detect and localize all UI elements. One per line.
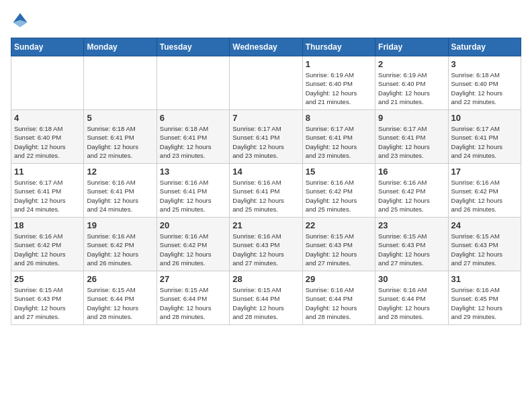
calendar-table: SundayMondayTuesdayWednesdayThursdayFrid… (11, 38, 521, 325)
calendar-cell: 21Sunrise: 6:16 AM Sunset: 6:43 PM Dayli… (230, 218, 302, 271)
calendar-cell: 19Sunrise: 6:16 AM Sunset: 6:42 PM Dayli… (84, 218, 157, 271)
calendar-cell: 20Sunrise: 6:16 AM Sunset: 6:42 PM Dayli… (157, 218, 229, 271)
weekday-header-tuesday: Tuesday (157, 38, 229, 56)
day-info: Sunrise: 6:15 AM Sunset: 6:43 PM Dayligh… (378, 232, 445, 267)
day-number: 25 (14, 274, 81, 284)
weekday-header-saturday: Saturday (448, 38, 521, 56)
day-number: 14 (232, 167, 299, 177)
day-number: 26 (87, 274, 153, 284)
logo-icon (11, 11, 30, 30)
weekday-header-sunday: Sunday (11, 38, 84, 56)
day-info: Sunrise: 6:16 AM Sunset: 6:42 PM Dayligh… (87, 232, 153, 267)
day-info: Sunrise: 6:19 AM Sunset: 6:40 PM Dayligh… (378, 71, 445, 106)
calendar-cell: 23Sunrise: 6:15 AM Sunset: 6:43 PM Dayli… (375, 218, 448, 271)
day-info: Sunrise: 6:16 AM Sunset: 6:41 PM Dayligh… (232, 178, 299, 214)
calendar-cell: 26Sunrise: 6:15 AM Sunset: 6:44 PM Dayli… (84, 271, 157, 325)
day-number: 31 (451, 274, 518, 284)
calendar-cell (157, 56, 229, 110)
calendar-cell: 11Sunrise: 6:17 AM Sunset: 6:41 PM Dayli… (11, 164, 84, 218)
day-info: Sunrise: 6:15 AM Sunset: 6:43 PM Dayligh… (14, 285, 81, 321)
day-number: 22 (306, 220, 372, 230)
day-info: Sunrise: 6:17 AM Sunset: 6:41 PM Dayligh… (14, 178, 81, 214)
calendar-cell: 17Sunrise: 6:16 AM Sunset: 6:42 PM Dayli… (448, 164, 521, 218)
day-info: Sunrise: 6:16 AM Sunset: 6:43 PM Dayligh… (232, 232, 299, 267)
calendar-cell: 9Sunrise: 6:17 AM Sunset: 6:41 PM Daylig… (375, 110, 448, 164)
day-info: Sunrise: 6:16 AM Sunset: 6:41 PM Dayligh… (87, 178, 153, 214)
calendar-cell: 4Sunrise: 6:18 AM Sunset: 6:40 PM Daylig… (11, 110, 84, 164)
calendar-cell: 22Sunrise: 6:15 AM Sunset: 6:43 PM Dayli… (302, 218, 375, 271)
day-number: 23 (378, 220, 445, 230)
day-info: Sunrise: 6:16 AM Sunset: 6:42 PM Dayligh… (160, 232, 226, 267)
day-number: 30 (378, 274, 445, 284)
calendar-cell: 27Sunrise: 6:15 AM Sunset: 6:44 PM Dayli… (157, 271, 229, 325)
day-number: 2 (378, 59, 445, 69)
calendar-cell: 18Sunrise: 6:16 AM Sunset: 6:42 PM Dayli… (11, 218, 84, 271)
calendar-cell: 1Sunrise: 6:19 AM Sunset: 6:40 PM Daylig… (302, 56, 375, 110)
day-info: Sunrise: 6:17 AM Sunset: 6:41 PM Dayligh… (232, 124, 299, 160)
calendar-cell: 13Sunrise: 6:16 AM Sunset: 6:41 PM Dayli… (157, 164, 229, 218)
calendar-week-3: 11Sunrise: 6:17 AM Sunset: 6:41 PM Dayli… (11, 164, 521, 218)
weekday-header-thursday: Thursday (302, 38, 375, 56)
day-info: Sunrise: 6:15 AM Sunset: 6:43 PM Dayligh… (451, 232, 518, 267)
calendar-cell (84, 56, 157, 110)
calendar-cell: 15Sunrise: 6:16 AM Sunset: 6:42 PM Dayli… (302, 164, 375, 218)
day-number: 28 (232, 274, 299, 284)
calendar-cell: 31Sunrise: 6:16 AM Sunset: 6:45 PM Dayli… (448, 271, 521, 325)
day-info: Sunrise: 6:16 AM Sunset: 6:44 PM Dayligh… (306, 285, 372, 321)
day-number: 11 (14, 167, 81, 177)
day-number: 1 (306, 59, 372, 69)
logo (11, 11, 31, 30)
calendar-body: 1Sunrise: 6:19 AM Sunset: 6:40 PM Daylig… (11, 56, 521, 325)
day-number: 27 (160, 274, 226, 284)
day-number: 29 (306, 274, 372, 284)
day-info: Sunrise: 6:16 AM Sunset: 6:42 PM Dayligh… (378, 178, 445, 214)
day-number: 9 (378, 113, 445, 123)
day-info: Sunrise: 6:18 AM Sunset: 6:40 PM Dayligh… (14, 124, 81, 160)
day-info: Sunrise: 6:16 AM Sunset: 6:42 PM Dayligh… (14, 232, 81, 267)
day-info: Sunrise: 6:17 AM Sunset: 6:41 PM Dayligh… (306, 124, 372, 160)
calendar-cell (11, 56, 84, 110)
calendar-cell: 5Sunrise: 6:18 AM Sunset: 6:41 PM Daylig… (84, 110, 157, 164)
calendar-cell: 24Sunrise: 6:15 AM Sunset: 6:43 PM Dayli… (448, 218, 521, 271)
day-info: Sunrise: 6:16 AM Sunset: 6:45 PM Dayligh… (451, 285, 518, 321)
day-number: 18 (14, 220, 81, 230)
weekday-header-monday: Monday (84, 38, 157, 56)
calendar-cell: 3Sunrise: 6:18 AM Sunset: 6:40 PM Daylig… (448, 56, 521, 110)
day-info: Sunrise: 6:19 AM Sunset: 6:40 PM Dayligh… (306, 71, 372, 106)
day-info: Sunrise: 6:18 AM Sunset: 6:41 PM Dayligh… (160, 124, 226, 160)
calendar-cell: 2Sunrise: 6:19 AM Sunset: 6:40 PM Daylig… (375, 56, 448, 110)
day-number: 24 (451, 220, 518, 230)
weekday-header-row: SundayMondayTuesdayWednesdayThursdayFrid… (11, 38, 521, 56)
day-info: Sunrise: 6:17 AM Sunset: 6:41 PM Dayligh… (378, 124, 445, 160)
day-number: 19 (87, 220, 153, 230)
day-number: 17 (451, 167, 518, 177)
day-number: 4 (14, 113, 81, 123)
day-info: Sunrise: 6:16 AM Sunset: 6:42 PM Dayligh… (306, 178, 372, 214)
day-number: 10 (451, 113, 518, 123)
day-number: 3 (451, 59, 518, 69)
calendar-week-1: 1Sunrise: 6:19 AM Sunset: 6:40 PM Daylig… (11, 56, 521, 110)
day-info: Sunrise: 6:15 AM Sunset: 6:44 PM Dayligh… (160, 285, 226, 321)
weekday-header-wednesday: Wednesday (230, 38, 302, 56)
day-info: Sunrise: 6:15 AM Sunset: 6:44 PM Dayligh… (87, 285, 153, 321)
calendar-week-2: 4Sunrise: 6:18 AM Sunset: 6:40 PM Daylig… (11, 110, 521, 164)
day-number: 13 (160, 167, 226, 177)
day-number: 20 (160, 220, 226, 230)
calendar-header: SundayMondayTuesdayWednesdayThursdayFrid… (11, 38, 521, 56)
weekday-header-friday: Friday (375, 38, 448, 56)
day-number: 16 (378, 167, 445, 177)
day-number: 15 (306, 167, 372, 177)
calendar-cell: 8Sunrise: 6:17 AM Sunset: 6:41 PM Daylig… (302, 110, 375, 164)
day-number: 6 (160, 113, 226, 123)
day-number: 7 (232, 113, 299, 123)
calendar-cell (230, 56, 302, 110)
day-info: Sunrise: 6:16 AM Sunset: 6:44 PM Dayligh… (378, 285, 445, 321)
day-info: Sunrise: 6:15 AM Sunset: 6:43 PM Dayligh… (306, 232, 372, 267)
calendar-cell: 30Sunrise: 6:16 AM Sunset: 6:44 PM Dayli… (375, 271, 448, 325)
page-header (11, 11, 521, 30)
day-number: 5 (87, 113, 153, 123)
calendar-cell: 12Sunrise: 6:16 AM Sunset: 6:41 PM Dayli… (84, 164, 157, 218)
day-info: Sunrise: 6:17 AM Sunset: 6:41 PM Dayligh… (451, 124, 518, 160)
calendar-cell: 10Sunrise: 6:17 AM Sunset: 6:41 PM Dayli… (448, 110, 521, 164)
day-number: 21 (232, 220, 299, 230)
